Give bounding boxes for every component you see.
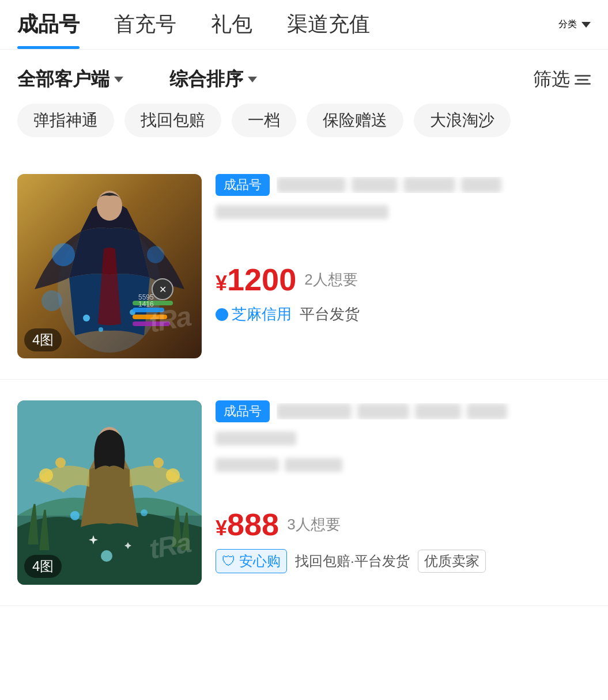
svg-point-19: [55, 457, 66, 468]
spacer-2: [216, 479, 591, 488]
blur-subtitle-2c: [285, 458, 342, 472]
blur-title-2c: [415, 403, 461, 419]
product-image-1: ✕ 5595 1416 tRa 4图: [17, 174, 202, 358]
tab-chenpin[interactable]: 成品号: [17, 10, 80, 49]
platform-delivery-2: 找回包赔·平台发货: [295, 552, 410, 570]
price-2: ¥888: [216, 506, 279, 542]
sort-chevron-icon: [248, 77, 257, 82]
top-nav: 成品号 首充号 礼包 渠道充值 分类: [0, 0, 608, 50]
price-1: ¥1200: [216, 262, 296, 297]
image-count-1: 4图: [24, 328, 62, 351]
price-value-1: 1200: [227, 262, 296, 297]
client-chevron-icon: [114, 77, 123, 82]
title-blurs-2: [277, 403, 591, 419]
blur-subtitle-2b: [216, 458, 279, 472]
want-count-1: 2人想要: [304, 270, 357, 290]
svg-point-7: [99, 327, 103, 332]
svg-rect-10: [133, 315, 167, 319]
svg-point-18: [39, 468, 53, 482]
client-filter-label: 全部客户端: [17, 67, 109, 92]
image-count-2: 4图: [24, 555, 62, 578]
trust-sesame-1: 芝麻信用: [216, 304, 292, 324]
filter-bar: 全部客户端 综合排序 筛选: [0, 50, 608, 104]
blur-title-2a: [277, 403, 352, 419]
spacer-1: [216, 226, 591, 243]
product-tag-row-2: 成品号: [216, 400, 591, 422]
tab-libao[interactable]: 礼包: [211, 10, 252, 49]
classify-label: 分类: [558, 18, 577, 31]
product-subtitle-1: [216, 203, 591, 219]
subtitle-row-2b: [216, 456, 591, 472]
svg-point-3: [41, 290, 62, 311]
svg-point-1: [52, 243, 75, 266]
price-row-2: ¥888 3人想要: [216, 506, 591, 542]
shield-icon: 🛡: [222, 553, 236, 569]
currency-1: ¥: [216, 271, 227, 295]
price-row-1: ¥1200 2人想要: [216, 262, 591, 297]
subtitle-row-2a: [216, 429, 591, 445]
title-blurs-1: [277, 177, 591, 193]
svg-point-2: [147, 246, 164, 263]
trust-label-1b: 平台发货: [300, 304, 360, 324]
tag-bar: 弹指神通 找回包赔 一档 保险赠送 大浪淘沙: [0, 104, 608, 153]
product-list: ✕ 5595 1416 tRa 4图 成品号: [0, 153, 608, 606]
tab-classify[interactable]: 分类: [558, 18, 591, 41]
trust-row-1: 芝麻信用 平台发货: [216, 304, 591, 324]
seller-quality-badge: 优质卖家: [418, 550, 486, 573]
blur-title-2b: [357, 403, 409, 419]
trust-label-1a: 芝麻信用: [232, 304, 292, 324]
chenpin-badge-1: 成品号: [216, 174, 270, 196]
svg-point-5: [83, 315, 90, 321]
client-filter[interactable]: 全部客户端: [17, 67, 123, 92]
svg-text:1416: 1416: [138, 300, 154, 308]
currency-2: ¥: [216, 516, 227, 540]
svg-point-25: [101, 550, 112, 562]
product-item-2[interactable]: tRa 4图 成品号: [0, 380, 608, 606]
blur-subtitle-2a: [216, 432, 296, 445]
svg-rect-11: [133, 321, 170, 326]
tag-dalang[interactable]: 大浪淘沙: [414, 104, 511, 137]
product-tag-row-1: 成品号: [216, 174, 591, 196]
tag-danzhi[interactable]: 弹指神通: [17, 104, 114, 137]
anxin-badge: 🛡 安心购: [216, 549, 287, 573]
svg-point-21: [153, 457, 164, 468]
svg-point-24: [141, 509, 148, 516]
svg-point-23: [70, 511, 80, 520]
svg-point-20: [166, 468, 180, 482]
trust-row-2: 🛡 安心购 找回包赔·平台发货 优质卖家: [216, 549, 591, 573]
blur-title-1a: [277, 177, 346, 193]
sort-filter[interactable]: 综合排序: [169, 67, 257, 92]
blur-title-1b: [352, 177, 398, 193]
tag-zhaohui[interactable]: 找回包赔: [124, 104, 221, 137]
chevron-down-icon: [581, 22, 591, 28]
screen-label: 筛选: [533, 67, 570, 92]
blur-title-1d: [461, 177, 501, 193]
screen-filter[interactable]: 筛选: [533, 67, 591, 92]
tag-baoxian[interactable]: 保险赠送: [307, 104, 403, 137]
blur-subtitle-1: [216, 205, 388, 219]
want-count-2: 3人想要: [287, 514, 340, 535]
price-value-2: 888: [227, 507, 279, 542]
tab-shouchong[interactable]: 首充号: [114, 10, 176, 49]
product-info-2: 成品号 ¥888 3人想要: [216, 400, 591, 573]
tab-qudao[interactable]: 渠道充值: [287, 10, 370, 49]
filter-icon: [575, 75, 591, 85]
blur-title-2d: [467, 403, 507, 419]
sort-filter-label: 综合排序: [169, 67, 243, 92]
product-info-1: 成品号 ¥1200 2人想要: [216, 174, 591, 324]
svg-rect-9: [133, 308, 164, 312]
sesame-icon: [216, 308, 228, 321]
blur-title-1c: [403, 177, 455, 193]
svg-text:✕: ✕: [159, 285, 167, 294]
product-item-1[interactable]: ✕ 5595 1416 tRa 4图 成品号: [0, 153, 608, 380]
anx-label: 安心购: [239, 552, 281, 570]
product-image-2: tRa 4图: [17, 400, 202, 585]
chenpin-badge-2: 成品号: [216, 400, 270, 422]
tag-yidang[interactable]: 一档: [232, 104, 296, 137]
